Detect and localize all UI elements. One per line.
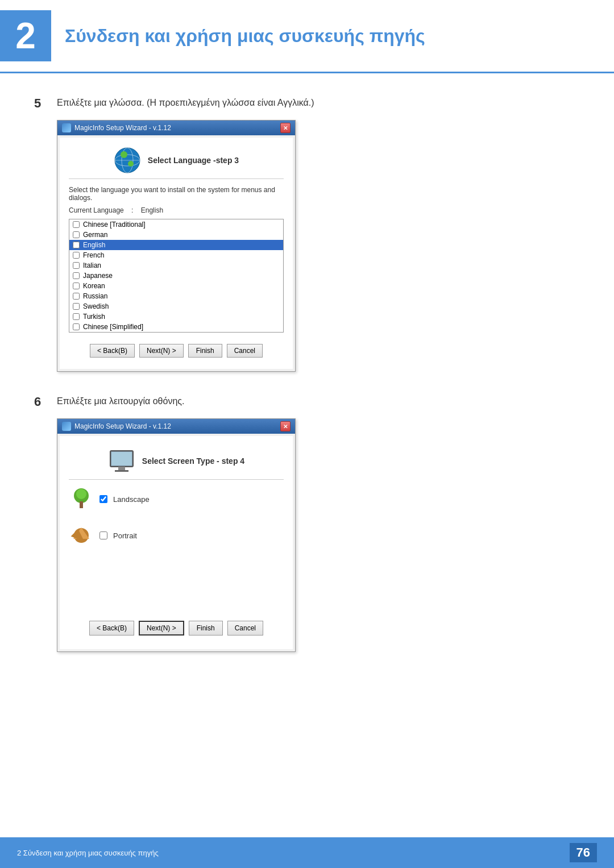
- language-item-swedish[interactable]: Swedish: [69, 301, 283, 312]
- language-item-russian[interactable]: Russian: [69, 291, 283, 301]
- checkbox-swedish[interactable]: [73, 303, 80, 310]
- content-area: 5 Επιλέξτε μια γλώσσα. (Η προεπιλεγμένη …: [0, 96, 614, 652]
- checkbox-english[interactable]: [73, 242, 80, 248]
- screentype-dialog: MagicInfo Setup Wizard - v.1.12 ✕ Select…: [57, 418, 296, 652]
- footer-text: 2 Σύνδεση και χρήση μιας συσκευής πηγής: [17, 849, 159, 857]
- monitor-icon: [108, 447, 135, 475]
- language-item-chinese-simp[interactable]: Chinese [Simplified]: [69, 322, 283, 332]
- language-dialog: MagicInfo Setup Wizard - v.1.12 ✕ Sele: [57, 120, 296, 372]
- checkbox-french[interactable]: [73, 252, 80, 259]
- language-item-portuguese[interactable]: Portuguese: [69, 332, 283, 333]
- checkbox-italian[interactable]: [73, 262, 80, 269]
- portrait-checkbox[interactable]: [99, 531, 107, 539]
- screentype-next-button[interactable]: Next(N) >: [139, 621, 184, 636]
- step5-text: Επιλέξτε μια γλώσσα. (Η προεπιλεγμένη γλ…: [57, 96, 314, 108]
- svg-rect-8: [118, 467, 125, 470]
- screentype-dialog-close[interactable]: ✕: [280, 421, 291, 431]
- language-item-chinese-trad[interactable]: Chinese [Traditional]: [69, 219, 283, 230]
- language-item-japanese[interactable]: Japanese: [69, 271, 283, 281]
- chapter-header: 2 Σύνδεση και χρήση μιας συσκευής πηγής: [0, 0, 614, 73]
- page-footer: 2 Σύνδεση και χρήση μιας συσκευής πηγής …: [0, 837, 614, 868]
- checkbox-chinese-trad[interactable]: [73, 221, 80, 228]
- language-step-label: Select Language -step 3: [148, 156, 239, 165]
- current-language-row: Current Language : English: [69, 206, 284, 214]
- checkbox-russian[interactable]: [73, 293, 80, 300]
- language-item-korean[interactable]: Korean: [69, 281, 283, 291]
- screentype-back-button[interactable]: < Back(B): [89, 621, 134, 636]
- language-cancel-button[interactable]: Cancel: [227, 344, 263, 358]
- language-dialog-title: MagicInfo Setup Wizard - v.1.12: [74, 124, 171, 132]
- dialog-app-icon: [62, 123, 71, 132]
- empty-space: [69, 559, 284, 616]
- portrait-icon: [69, 523, 94, 548]
- landscape-checkbox[interactable]: [99, 495, 107, 503]
- language-item-german[interactable]: German: [69, 230, 283, 240]
- screentype-step-label: Select Screen Type - step 4: [142, 456, 244, 466]
- screentype-cancel-button[interactable]: Cancel: [227, 621, 263, 636]
- landscape-icon: [69, 487, 94, 512]
- landscape-option: Landscape: [69, 487, 284, 512]
- step6-text: Επιλέξτε μια λειτουργία οθόνης.: [57, 394, 184, 406]
- chapter-title: Σύνδεση και χρήση μιας συσκευής πηγής: [65, 26, 425, 47]
- titlebar-left: MagicInfo Setup Wizard - v.1.12: [62, 123, 171, 132]
- language-dialog-titlebar: MagicInfo Setup Wizard - v.1.12 ✕: [57, 121, 295, 135]
- checkbox-japanese[interactable]: [73, 272, 80, 279]
- portrait-label: Portrait: [113, 531, 137, 540]
- language-description: Select the language you want to install …: [69, 186, 284, 202]
- landscape-label: Landscape: [113, 495, 150, 504]
- svg-point-3: [121, 151, 127, 158]
- step5-label: 5 Επιλέξτε μια γλώσσα. (Η προεπιλεγμένη …: [34, 96, 580, 111]
- step6-section: 6 Επιλέξτε μια λειτουργία οθόνης. MagicI…: [34, 394, 580, 652]
- language-item-italian[interactable]: Italian: [69, 260, 283, 271]
- chapter-number: 2: [15, 18, 36, 54]
- step5-number: 5: [34, 96, 48, 111]
- step5-section: 5 Επιλέξτε μια γλώσσα. (Η προεπιλεγμένη …: [34, 96, 580, 372]
- step6-label: 6 Επιλέξτε μια λειτουργία οθόνης.: [34, 394, 580, 409]
- language-item-french[interactable]: French: [69, 250, 283, 260]
- chapter-number-box: 2: [0, 10, 51, 61]
- language-step-header: Select Language -step 3: [69, 147, 284, 179]
- globe-icon: [114, 147, 141, 174]
- svg-point-12: [76, 489, 86, 499]
- screentype-dialog-buttons: < Back(B) Next(N) > Finish Cancel: [69, 616, 284, 638]
- language-finish-button[interactable]: Finish: [188, 344, 222, 358]
- screentype-dialog-titlebar: MagicInfo Setup Wizard - v.1.12 ✕: [57, 419, 295, 434]
- current-language-value: English: [141, 206, 163, 214]
- language-list[interactable]: Chinese [Traditional] German English Fre…: [69, 219, 284, 333]
- language-item-turkish[interactable]: Turkish: [69, 312, 283, 322]
- svg-rect-7: [111, 452, 132, 466]
- language-dialog-buttons: < Back(B) Next(N) > Finish Cancel: [69, 339, 284, 360]
- screentype-app-icon: [62, 422, 71, 431]
- svg-point-4: [128, 161, 134, 167]
- checkbox-turkish[interactable]: [73, 313, 80, 320]
- language-next-button[interactable]: Next(N) >: [139, 344, 184, 358]
- language-dialog-body: Select Language -step 3 Select the langu…: [60, 138, 293, 369]
- language-item-english[interactable]: English: [69, 240, 283, 250]
- checkbox-german[interactable]: [73, 231, 80, 238]
- screentype-step-header: Select Screen Type - step 4: [69, 447, 284, 480]
- portrait-option: Portrait: [69, 523, 284, 548]
- screentype-finish-button[interactable]: Finish: [189, 621, 223, 636]
- current-language-label: Current Language: [69, 206, 124, 214]
- svg-rect-11: [80, 501, 83, 508]
- checkbox-korean[interactable]: [73, 283, 80, 289]
- screentype-dialog-body: Select Screen Type - step 4 Landscape: [60, 436, 293, 649]
- checkbox-chinese-simp[interactable]: [73, 323, 80, 330]
- language-back-button[interactable]: < Back(B): [90, 344, 135, 358]
- step6-number: 6: [34, 394, 48, 409]
- footer-page-number: 76: [570, 843, 597, 862]
- screentype-titlebar-left: MagicInfo Setup Wizard - v.1.12: [62, 422, 171, 431]
- svg-rect-9: [115, 470, 128, 472]
- language-dialog-close[interactable]: ✕: [280, 123, 291, 133]
- screentype-dialog-title: MagicInfo Setup Wizard - v.1.12: [74, 422, 171, 430]
